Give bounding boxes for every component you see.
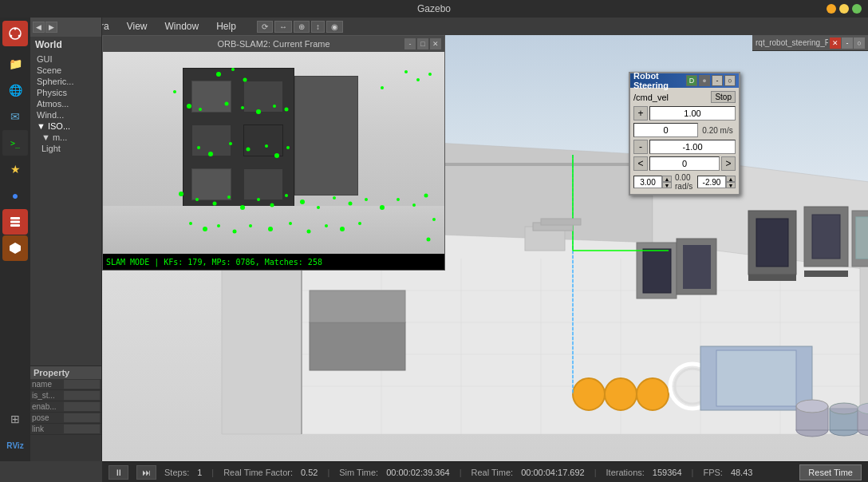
- slam-ground: [103, 206, 444, 254]
- main-viewport: ORB-SLAM2: Current Frame - □ ✕: [102, 35, 868, 461]
- tree-scene[interactable]: Scene: [30, 65, 101, 76]
- tree-iso[interactable]: ▼ ISO...: [30, 120, 101, 132]
- tree-spheric[interactable]: Spheric...: [30, 76, 101, 87]
- ros-icon[interactable]: [2, 209, 28, 235]
- svg-rect-35: [716, 350, 796, 406]
- maximize-btn[interactable]: [839, 4, 849, 14]
- svg-point-30: [605, 378, 637, 410]
- gazebo-icon[interactable]: [2, 235, 28, 261]
- rs-plus-btn[interactable]: +: [633, 106, 648, 120]
- toolbar-forward[interactable]: ▶: [45, 22, 57, 33]
- svg-rect-37: [756, 219, 788, 267]
- rs-indicator-dot[interactable]: ●: [699, 75, 710, 86]
- prop-link-label: link: [32, 425, 64, 433]
- menu-help[interactable]: Help: [213, 19, 239, 34]
- rs-stop-btn[interactable]: Stop: [711, 91, 736, 103]
- svg-rect-5: [10, 221, 20, 223]
- orb-slam-minimize[interactable]: -: [404, 38, 416, 49]
- toolbar-back[interactable]: ◀: [33, 22, 45, 33]
- rs-indicator-d[interactable]: D: [686, 75, 697, 86]
- terminal-icon[interactable]: >_: [2, 130, 28, 156]
- prop-name-label: name: [32, 380, 64, 389]
- toolbar-btn-1[interactable]: ⟳: [257, 21, 273, 33]
- ubuntu-icon[interactable]: [2, 21, 28, 46]
- prop-isst-value[interactable]: [64, 391, 100, 400]
- prop-link-value[interactable]: [64, 425, 100, 433]
- rs-spin-up-left[interactable]: ▲: [662, 176, 672, 182]
- rs-backward-row: -: [633, 140, 736, 154]
- toolbar-btn-3[interactable]: ⊕: [294, 21, 310, 33]
- rqt-close[interactable]: ✕: [830, 38, 841, 49]
- rqt-maximize[interactable]: ○: [854, 38, 865, 49]
- rqt-minimize[interactable]: -: [842, 38, 853, 49]
- tree-light[interactable]: Light: [30, 143, 101, 154]
- tree-physics[interactable]: Physics: [30, 87, 101, 98]
- web-icon[interactable]: 🌐: [2, 77, 28, 103]
- orb-slam-maximize[interactable]: □: [417, 38, 428, 49]
- simtime-label: Sim Time:: [339, 468, 378, 477]
- svg-point-71: [381, 86, 384, 89]
- property-header: Property: [30, 366, 101, 379]
- rs-bottom-left[interactable]: [633, 176, 662, 188]
- rs-right-btn[interactable]: >: [721, 156, 736, 171]
- prop-isst-label: is_st...: [32, 391, 64, 400]
- svg-point-96: [333, 196, 336, 200]
- prop-pose-value[interactable]: [64, 413, 100, 422]
- rs-minus-btn[interactable]: -: [633, 140, 648, 154]
- rs-btn-minus[interactable]: -: [712, 75, 723, 86]
- svg-rect-6: [10, 224, 20, 227]
- app-sidebar: 📁 🌐 ✉ >_ ★ ● ⊞ RViz: [0, 18, 30, 461]
- slam-building: [183, 68, 294, 211]
- rs-spin-dn-left[interactable]: ▼: [662, 182, 672, 188]
- svg-point-70: [428, 73, 432, 76]
- rs-topic-row: /cmd_vel Stop: [633, 91, 736, 103]
- rs-linear-input[interactable]: [649, 106, 736, 120]
- svg-rect-63: [541, 219, 581, 225]
- reset-time-btn[interactable]: Reset Time: [799, 464, 862, 480]
- orb-slam-titlebar: ORB-SLAM2: Current Frame - □ ✕: [103, 36, 444, 52]
- chrome-icon[interactable]: ●: [2, 183, 28, 208]
- rs-spin-up-right[interactable]: ▲: [726, 176, 736, 182]
- svg-rect-45: [643, 249, 671, 293]
- pause-btn[interactable]: ⏸: [108, 465, 128, 480]
- toolbar-btn-2[interactable]: ↔: [274, 21, 292, 33]
- tree-gui[interactable]: GUI: [30, 53, 101, 65]
- tree-atmos[interactable]: Atmos...: [30, 98, 101, 109]
- rs-center-input[interactable]: [649, 156, 720, 171]
- rs-btn-circle[interactable]: ○: [724, 75, 736, 86]
- rs-angular-input[interactable]: [649, 140, 736, 154]
- mail-icon[interactable]: ✉: [2, 104, 28, 129]
- toolbar-btn-5[interactable]: ◉: [326, 21, 343, 33]
- ros-panel: ◀ ▶ World GUI Scene Spheric... Physics A…: [30, 18, 102, 461]
- svg-point-3: [10, 35, 12, 38]
- svg-rect-47: [683, 245, 711, 289]
- orb-slam-close[interactable]: ✕: [430, 38, 441, 49]
- rs-left-btn[interactable]: <: [633, 156, 648, 171]
- menu-window[interactable]: Window: [162, 19, 203, 34]
- rs-bottom-right[interactable]: [697, 176, 726, 188]
- files-icon[interactable]: 📁: [2, 51, 28, 77]
- rs-zero-input[interactable]: [633, 123, 698, 137]
- tree-wind[interactable]: Wind...: [30, 109, 101, 120]
- rs-bottom-row: ▲ ▼ 0.00 rad/s ▲ ▼: [633, 173, 736, 191]
- rs-topic-label: /cmd_vel: [633, 93, 709, 102]
- svg-point-1: [14, 28, 17, 30]
- prop-enab-value[interactable]: [64, 402, 100, 411]
- svg-point-52: [796, 400, 828, 413]
- svg-rect-43: [804, 271, 848, 277]
- svg-rect-42: [748, 275, 796, 281]
- svg-point-68: [404, 70, 408, 73]
- prop-name-value[interactable]: [64, 380, 100, 389]
- close-btn[interactable]: [852, 4, 862, 14]
- tree-m[interactable]: ▼ m...: [30, 132, 101, 143]
- favorites-icon[interactable]: ★: [2, 156, 28, 182]
- step-btn[interactable]: ⏭: [136, 465, 156, 480]
- menu-view[interactable]: View: [124, 19, 151, 34]
- rs-speed-label: 0.20 m/s: [700, 126, 736, 135]
- rviz-app-icon[interactable]: RViz: [2, 433, 28, 458]
- toolbar-btn-4[interactable]: ↕: [311, 21, 325, 33]
- minimize-btn[interactable]: [827, 4, 836, 14]
- rs-spin-dn-right[interactable]: ▼: [726, 182, 736, 188]
- ros-toolbar: ◀ ▶: [30, 18, 101, 37]
- grid-icon[interactable]: ⊞: [2, 406, 28, 432]
